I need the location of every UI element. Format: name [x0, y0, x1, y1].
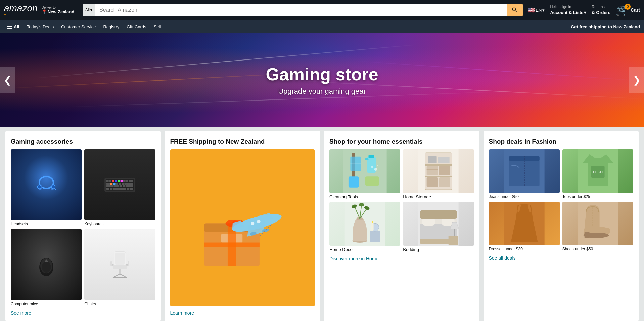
account-link: Account & Lists ▾ — [550, 10, 586, 16]
fashion-item-tops[interactable]: LOGO Tops under $25 — [562, 149, 633, 199]
fashion-item-dresses[interactable]: Dresses under $30 — [489, 202, 560, 251]
hero-title: Gaming store — [266, 64, 378, 84]
chair-illustration — [108, 249, 132, 280]
nav-link-gift-cards[interactable]: Gift Cards — [124, 21, 149, 32]
returns-section[interactable]: Returns & Orders — [592, 4, 610, 16]
svg-rect-33 — [110, 188, 112, 190]
svg-rect-60 — [204, 243, 260, 247]
dresses-image — [489, 202, 560, 245]
hamburger-icon — [7, 25, 12, 29]
fashion-item-jeans[interactable]: Jeans under $50 — [489, 149, 560, 199]
fashion-see-all-link[interactable]: See all deals — [489, 255, 634, 261]
gaming-card-title: Gaming accessories — [11, 138, 155, 145]
cart-label: Cart — [631, 7, 640, 13]
headsets-label: Headsets — [11, 222, 28, 226]
nav-all-label: All — [14, 24, 19, 29]
logo-smile: ⌣ — [4, 12, 6, 16]
search-input[interactable] — [95, 4, 507, 16]
nav-promo: Get free shipping to New Zealand — [571, 24, 640, 29]
home-item-bedding[interactable]: Bedding — [403, 202, 474, 252]
logo-text: amazon — [4, 4, 38, 13]
hero-content: Gaming store Upgrade your gaming gear — [266, 64, 378, 96]
svg-rect-54 — [128, 261, 129, 266]
svg-rect-12 — [118, 180, 120, 182]
svg-rect-29 — [120, 185, 122, 187]
svg-rect-28 — [117, 185, 120, 187]
home-decor-label: Home Decor — [329, 247, 400, 252]
svg-rect-44 — [113, 265, 127, 269]
svg-rect-86 — [425, 164, 452, 166]
nav-all-button[interactable]: All — [4, 21, 22, 32]
hero-banner: ❮ Gaming store Upgrade your gaming gear … — [0, 33, 644, 127]
language-selector[interactable]: 🇺🇸 EN ▾ — [528, 7, 545, 13]
header-right: 🇺🇸 EN ▾ Hello, sign in Account & Lists ▾… — [528, 4, 640, 16]
svg-rect-92 — [428, 156, 437, 163]
nav-link-registry[interactable]: Registry — [100, 21, 122, 32]
jeans-label: Jeans under $50 — [489, 194, 560, 199]
svg-point-3 — [37, 185, 41, 189]
hero-prev-button[interactable]: ❮ — [0, 67, 15, 93]
svg-rect-115 — [420, 210, 457, 219]
svg-rect-26 — [111, 185, 114, 187]
svg-rect-14 — [123, 180, 126, 182]
lang-chevron-icon: ▾ — [542, 8, 545, 13]
deliver-to-section[interactable]: Deliver to 📍 New Zealand — [42, 6, 79, 14]
gaming-item-headsets[interactable]: Headsets — [11, 149, 82, 226]
svg-rect-93 — [438, 157, 450, 163]
svg-rect-90 — [427, 177, 438, 187]
navbar: All Today's Deals Customer Service Regis… — [0, 20, 644, 33]
tops-illustration: LOGO — [562, 149, 633, 193]
cart-count: 0 — [625, 4, 631, 10]
svg-rect-18 — [110, 183, 113, 185]
fashion-items-grid: Jeans under $50 LOGO Tops under $25 — [489, 149, 634, 251]
gaming-item-mice[interactable]: Computer mice — [11, 229, 82, 306]
svg-rect-16 — [129, 180, 133, 182]
cart-section[interactable]: 🛒 0 Cart — [616, 4, 640, 16]
returns-top: Returns — [592, 4, 610, 9]
gaming-item-keyboards[interactable]: Keyboards — [84, 149, 155, 226]
svg-rect-31 — [126, 185, 133, 187]
shipping-card-title: FREE Shipping to New Zealand — [170, 138, 315, 145]
dresses-illustration — [489, 202, 560, 245]
bedding-image — [403, 202, 474, 246]
svg-rect-34 — [113, 188, 126, 190]
search-button[interactable] — [507, 4, 523, 16]
bedding-illustration — [403, 202, 474, 246]
gaming-see-more-link[interactable]: See more — [11, 310, 155, 316]
tops-label: Tops under $25 — [562, 194, 633, 199]
home-item-storage[interactable]: Home Storage — [403, 149, 474, 199]
svg-point-80 — [377, 165, 378, 166]
home-discover-more-link[interactable]: Discover more in Home — [329, 256, 474, 262]
svg-rect-43 — [115, 253, 125, 265]
fashion-item-shoes[interactable]: Shoes under $50 — [562, 202, 633, 251]
svg-rect-24 — [127, 183, 133, 185]
svg-rect-25 — [106, 185, 111, 187]
svg-rect-87 — [425, 176, 452, 177]
mouse-illustration — [36, 251, 56, 278]
svg-rect-35 — [127, 188, 129, 190]
fashion-card-title: Shop deals in Fashion — [489, 138, 634, 145]
bedding-label: Bedding — [403, 247, 474, 252]
account-section[interactable]: Hello, sign in Account & Lists ▾ — [550, 4, 586, 16]
gaming-item-chairs[interactable]: Chairs — [84, 229, 155, 306]
svg-rect-77 — [365, 176, 379, 186]
svg-point-79 — [371, 166, 373, 168]
nav-link-sell[interactable]: Sell — [151, 21, 164, 32]
nav-link-customer-service[interactable]: Customer Service — [58, 21, 99, 32]
location-pin-icon: 📍 — [42, 9, 47, 14]
returns-bottom: & Orders — [592, 10, 610, 16]
chairs-label: Chairs — [84, 302, 96, 306]
home-item-decor[interactable]: Home Decor — [329, 202, 400, 252]
shipping-learn-more-link[interactable]: Learn more — [170, 310, 315, 316]
nav-link-todays-deals[interactable]: Today's Deals — [24, 21, 57, 32]
search-category-dropdown[interactable]: All ▾ — [83, 4, 95, 16]
cards-section: Gaming accessories Headsets — [0, 127, 644, 321]
svg-rect-32 — [106, 188, 109, 190]
nav-links: Today's Deals Customer Service Registry … — [24, 21, 164, 32]
hero-next-button[interactable]: ❯ — [629, 67, 644, 93]
storage-illustration — [403, 149, 474, 193]
chevron-down-icon: ▾ — [90, 8, 92, 12]
amazon-logo[interactable]: amazon ⌣ — [4, 4, 38, 16]
home-item-cleaning[interactable]: Cleaning Tools — [329, 149, 400, 199]
dresses-label: Dresses under $30 — [489, 247, 560, 251]
